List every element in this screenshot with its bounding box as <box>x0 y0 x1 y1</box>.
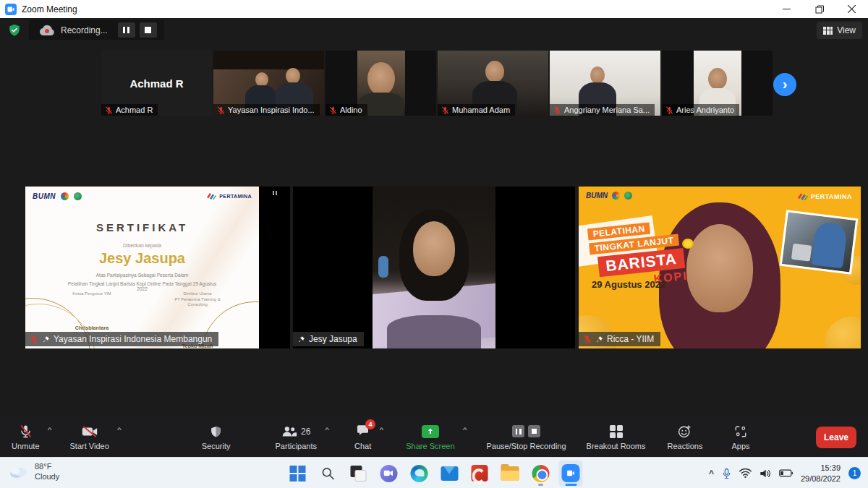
search-button[interactable] <box>316 461 340 487</box>
clock-time: 15:39 <box>801 463 841 473</box>
breakout-rooms-icon <box>610 425 623 438</box>
pin-icon <box>595 335 603 343</box>
muted-mic-icon <box>30 335 38 343</box>
muted-mic-icon <box>329 106 337 114</box>
filmstrip-next-page-button[interactable]: › <box>773 73 796 96</box>
mail-button[interactable] <box>438 461 461 487</box>
filmstrip-tile-aldino[interactable]: Aldino <box>326 51 436 116</box>
reactions-button[interactable]: Reactions <box>668 424 703 450</box>
security-button[interactable]: Security <box>202 424 231 450</box>
main-tile-ricca[interactable]: BUMN PERTAMINA PELATIHAN T <box>579 187 861 348</box>
filmstrip-tile-muhamad[interactable]: Muhamad Adam <box>438 51 548 116</box>
chrome-button[interactable] <box>529 461 553 487</box>
main-tile-jesy[interactable]: Jesy Jasupa <box>293 187 575 348</box>
participants-options-chevron[interactable]: ^ <box>325 427 329 433</box>
participant-nametag: Yayasan Inspirasi Indo... <box>213 104 320 116</box>
pertamina-arrow-icon <box>207 193 216 200</box>
stop-recording-icon[interactable] <box>528 425 540 437</box>
encryption-shield-icon[interactable] <box>8 23 21 37</box>
share-options-chevron[interactable]: ^ <box>463 427 467 433</box>
task-view-button[interactable] <box>346 461 370 487</box>
participant-nametag: Anggriany Meriana Sa... <box>550 104 655 116</box>
pause-recording-icon[interactable] <box>512 425 524 437</box>
video-options-chevron[interactable]: ^ <box>117 427 122 433</box>
muted-mic-icon <box>105 106 113 114</box>
taskbar-clock[interactable]: 15:39 29/08/2022 <box>801 463 841 484</box>
wifi-icon[interactable] <box>739 468 752 478</box>
muted-mic-icon <box>553 106 561 114</box>
zoom-taskbar-button[interactable] <box>559 461 583 487</box>
office-button[interactable] <box>468 461 492 487</box>
unmute-options-chevron[interactable]: ^ <box>48 427 52 433</box>
weather-condition: Cloudy <box>35 471 59 481</box>
participant-nametag: Muhamad Adam <box>438 104 515 116</box>
teams-chat-icon <box>380 465 397 482</box>
file-explorer-button[interactable] <box>498 461 522 487</box>
meeting-toolbar: Unmute ^ Start Video ^ Security 26 Parti… <box>0 417 868 457</box>
gallery-view-icon <box>823 27 833 35</box>
apps-button[interactable]: Apps <box>731 424 749 450</box>
pin-icon <box>42 335 50 343</box>
task-view-icon <box>350 466 366 481</box>
filmstrip-tile-anggriany[interactable]: Anggriany Meriana Sa... <box>550 51 660 116</box>
tile-nametag: Ricca - YIIM <box>579 332 660 346</box>
signature-left-name: Chrisblantara <box>56 325 129 331</box>
participants-count: 26 <box>301 427 310 437</box>
hidden-icons-chevron[interactable]: ^ <box>709 468 714 479</box>
start-video-button[interactable]: Start Video ^ <box>70 424 109 450</box>
participant-nametag: Aldino <box>326 104 367 116</box>
certificate-line2: Pelatihan Tingkat Lanjut Barista Kopi On… <box>65 281 219 292</box>
filmstrip-tile-achmad[interactable]: Achmad R Achmad R <box>101 51 212 116</box>
recording-indicator: Recording... <box>29 20 164 40</box>
leave-button[interactable]: Leave <box>816 427 856 448</box>
filmstrip-tile-yayasan[interactable]: Yayasan Inspirasi Indo... <box>213 51 324 116</box>
tile-nametag: Yayasan Inspirasi Indonesia Membangun <box>25 332 218 346</box>
filmstrip-tile-aries[interactable]: Aries Andriyanto <box>662 51 773 116</box>
bumn-logo: BUMN <box>586 192 608 200</box>
pause-stop-recording-button[interactable]: Pause/Stop Recording <box>487 424 566 450</box>
breakout-rooms-button[interactable]: Breakout Rooms <box>587 424 646 450</box>
participants-button[interactable]: 26 Participants ^ <box>276 424 317 450</box>
share-screen-icon <box>422 425 439 438</box>
certificate-shared-screen: BUMN PERTAMINA SERTIFIKAT Diberikan kepa… <box>25 187 259 348</box>
zoom-app-icon <box>5 4 17 15</box>
restore-button[interactable] <box>803 0 835 18</box>
chrome-icon <box>532 465 549 482</box>
stop-recording-button[interactable] <box>140 22 157 38</box>
share-screen-button[interactable]: Share Screen ^ <box>406 424 454 450</box>
signature-left-role: Ketua Pengurus YIM <box>62 291 121 296</box>
chat-button[interactable]: 4 Chat ^ <box>354 424 371 450</box>
participant-video: BUMN PERTAMINA PELATIHAN T <box>579 187 861 348</box>
reactions-smiley-icon <box>678 424 692 438</box>
unmute-button[interactable]: Unmute ^ <box>12 424 40 450</box>
tray-mic-icon[interactable] <box>722 468 731 479</box>
window-title: Zoom Meeting <box>22 4 77 14</box>
notification-badge[interactable]: 1 <box>848 467 861 479</box>
close-button[interactable] <box>835 0 868 18</box>
bumn-logo: BUMN <box>33 192 56 200</box>
certificate-recipient: Jesy Jasupa <box>25 250 259 267</box>
main-tile-yayasan[interactable]: BUMN PERTAMINA SERTIFIKAT Diberikan kepa… <box>25 187 290 348</box>
pin-icon <box>297 335 305 343</box>
teams-chat-button[interactable] <box>377 461 401 487</box>
foundation-logo-icon <box>74 192 82 200</box>
minimize-button[interactable] <box>770 0 803 18</box>
taskbar-weather-widget[interactable]: 88°F Cloudy <box>9 461 59 482</box>
recording-label: Recording... <box>61 25 108 35</box>
pertamina-arrow-icon <box>798 193 808 200</box>
chat-options-chevron[interactable]: ^ <box>379 427 383 433</box>
edge-button[interactable] <box>407 461 431 487</box>
certificate-title: SERTIFIKAT <box>25 221 259 234</box>
battery-icon[interactable] <box>779 469 793 477</box>
start-button[interactable] <box>286 461 310 487</box>
view-button[interactable]: View <box>817 22 862 39</box>
gallery-main-row: BUMN PERTAMINA SERTIFIKAT Diberikan kepa… <box>0 187 868 348</box>
zoom-icon <box>562 464 580 482</box>
participant-video <box>373 187 495 348</box>
weather-temperature: 88°F <box>35 461 59 471</box>
muted-mic-icon <box>583 335 592 343</box>
pause-recording-button[interactable] <box>118 22 135 38</box>
speaker-icon[interactable] <box>760 468 771 479</box>
windows-logo-icon <box>289 466 305 481</box>
system-tray: ^ 15:39 29/08/2022 1 <box>709 458 861 488</box>
